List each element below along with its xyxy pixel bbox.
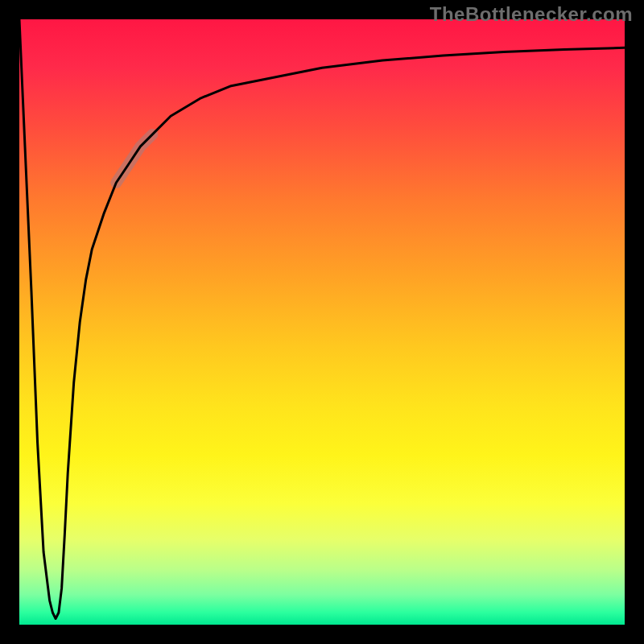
chart-frame: TheBottlenecker.com <box>0 0 644 644</box>
bottleneck-curve <box>19 19 625 619</box>
curve-layer <box>0 0 644 644</box>
